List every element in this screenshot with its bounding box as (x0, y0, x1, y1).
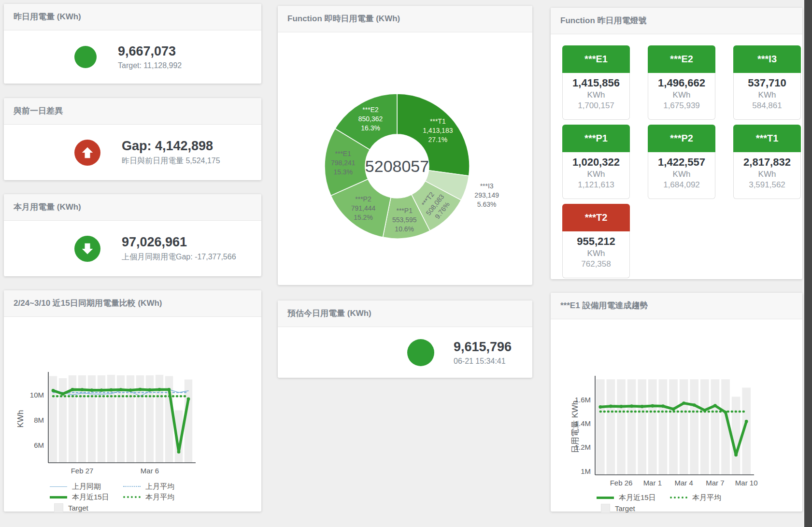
target-bar[interactable] (638, 379, 646, 475)
device-tile[interactable]: ***E11,415,856KWh1,700,157 (562, 45, 630, 120)
svg-text:553,595: 553,595 (392, 216, 417, 224)
compare-15day-chart[interactable]: 6M8M10MFeb 27Mar 6KWh (4, 317, 261, 478)
function-usage-donut-chart[interactable]: ***T11,413,18327.1%***I3293,1495.63%***T… (278, 32, 532, 284)
target-bar[interactable] (607, 379, 615, 475)
y-axis-label: 日用電量 KWh (570, 400, 580, 454)
tile-status-header: ***I3 (733, 45, 801, 73)
vertical-scrollbar[interactable] (804, 0, 812, 527)
target-bar[interactable] (732, 397, 741, 475)
device-tile[interactable]: ***E21,496,662KWh1,675,939 (648, 45, 715, 120)
legend-label: 上月平均 (145, 482, 174, 491)
target-bar[interactable] (669, 379, 678, 475)
card-month-usage: 本月用電量 (KWh) 97,026,961 上個月同期用電Gap: -17,3… (4, 194, 261, 276)
donut-slice-label: ***I3293,1495.63% (474, 182, 499, 208)
legend-item[interactable]: 本月平均 (123, 493, 197, 502)
tile-unit: KWh (563, 90, 629, 100)
target-bar[interactable] (700, 379, 709, 475)
target-bar[interactable] (596, 379, 605, 475)
tile-value: 1,415,856 (563, 77, 629, 89)
target-bar[interactable] (127, 375, 134, 463)
card-day-gap: 與前一日差異 Gap: 4,142,898 昨日與前日用電量 5,524,175 (4, 98, 261, 180)
tile-status-header: ***E2 (648, 45, 715, 73)
legend-item[interactable]: Target (50, 503, 123, 513)
tile-unit: KWh (563, 170, 629, 179)
legend-label: 本月平均 (145, 493, 174, 502)
svg-text:850,362: 850,362 (358, 115, 383, 123)
legend-item[interactable]: Target (597, 504, 670, 513)
tile-sub-value: 762,358 (563, 259, 629, 269)
target-bar[interactable] (617, 379, 626, 475)
tile-value: 2,817,832 (734, 156, 800, 169)
tile-body: 1,422,557KWh1,684,092 (648, 152, 715, 199)
tile-unit: KWh (563, 249, 629, 258)
legend-label: Target (68, 504, 88, 512)
tile-value: 1,496,662 (648, 77, 715, 89)
tile-status-header: ***P2 (648, 125, 715, 152)
device-tile[interactable]: ***P21,422,557KWh1,684,092 (648, 125, 715, 199)
svg-text:791,444: 791,444 (351, 204, 376, 212)
legend-label: 本月近15日 (72, 493, 109, 502)
target-bar[interactable] (98, 375, 105, 463)
legend-item[interactable]: 上月同期 (50, 482, 123, 491)
card-function-daily-donut: Function 即時日用電量 (KWh) ***T11,413,18327.1… (278, 6, 532, 285)
month-usage-value: 97,026,961 (122, 235, 236, 250)
tile-unit: KWh (734, 90, 800, 100)
day-gap-sub: 昨日與前日用電量 5,524,175 (122, 156, 220, 166)
donut-center-total: 5208057 (365, 157, 429, 175)
dotted-line-swatch-icon (123, 496, 141, 498)
svg-text:15.2%: 15.2% (354, 214, 373, 221)
card-title: 預估今日用電量 (KWh) (278, 300, 532, 327)
tile-unit: KWh (648, 90, 715, 100)
legend-item[interactable]: 本月近15日 (597, 493, 670, 502)
device-tile[interactable]: ***T12,817,832KWh3,591,562 (733, 125, 801, 199)
svg-text:15.3%: 15.3% (333, 168, 353, 176)
card-title: 昨日用電量 (KWh) (4, 4, 261, 30)
card-estimate-today: 預估今日用電量 (KWh) 9,615,796 06-21 15:34:41 (278, 300, 532, 378)
svg-text:10.6%: 10.6% (395, 225, 414, 233)
line-swatch-icon (50, 496, 67, 499)
svg-text:***E1: ***E1 (335, 150, 351, 157)
x-tick-label: Mar 7 (706, 479, 724, 487)
svg-text:***P1: ***P1 (396, 207, 413, 214)
svg-text:5.63%: 5.63% (477, 200, 497, 208)
x-tick-label: Mar 4 (674, 479, 693, 487)
tile-value: 1,422,557 (648, 156, 715, 169)
legend-item[interactable]: 本月平均 (670, 493, 743, 502)
card-title: 與前一日差異 (4, 98, 261, 125)
tile-body: 1,415,856KWh1,700,157 (562, 73, 630, 120)
target-bar[interactable] (627, 379, 636, 475)
y-tick-label: 6M (34, 441, 44, 449)
device-tile[interactable]: ***T2955,212KWh762,358 (562, 204, 630, 278)
e1-trend-chart[interactable]: 1M1.2M1.4M1.6MFeb 26Mar 1Mar 4Mar 7Mar 1… (551, 319, 802, 489)
target-bar[interactable] (107, 375, 115, 463)
target-bar[interactable] (711, 379, 720, 475)
target-bar[interactable] (88, 375, 96, 463)
svg-text:1,413,183: 1,413,183 (423, 127, 453, 134)
device-tile[interactable]: ***P11,020,322KWh1,121,613 (562, 125, 630, 199)
month-usage-gap: 上個月同期用電Gap: -17,377,566 (122, 252, 236, 262)
trend-chart-legend: 本月近15日本月平均Target (597, 492, 802, 513)
target-bar[interactable] (648, 379, 657, 475)
svg-text:***I3: ***I3 (480, 182, 494, 190)
legend-item[interactable]: 本月近15日 (50, 493, 123, 502)
card-title: Function 即時日用電量 (KWh) (278, 6, 532, 32)
device-tile[interactable]: ***I3537,710KWh584,861 (733, 45, 801, 120)
estimate-value: 9,615,796 (454, 340, 512, 355)
tile-sub-value: 1,675,939 (648, 101, 715, 111)
target-bar[interactable] (59, 378, 67, 463)
tile-sub-value: 1,121,613 (563, 180, 629, 190)
target-bar[interactable] (680, 379, 688, 475)
bar-swatch-icon (601, 504, 610, 513)
target-bar[interactable] (690, 379, 698, 475)
day-gap-value: Gap: 4,142,898 (122, 139, 220, 154)
svg-text:***P2: ***P2 (355, 195, 371, 203)
x-tick-label: Feb 27 (71, 467, 94, 475)
y-tick-label: 8M (34, 416, 44, 424)
lights-grid: ***E11,415,856KWh1,700,157***E21,496,662… (551, 34, 802, 278)
tile-status-header: ***T1 (733, 125, 801, 152)
legend-item[interactable]: 上月平均 (123, 482, 197, 491)
svg-text:***T1: ***T1 (430, 117, 446, 125)
tile-sub-value: 1,700,157 (563, 101, 629, 111)
svg-text:16.3%: 16.3% (361, 124, 380, 132)
target-bar[interactable] (659, 379, 668, 475)
